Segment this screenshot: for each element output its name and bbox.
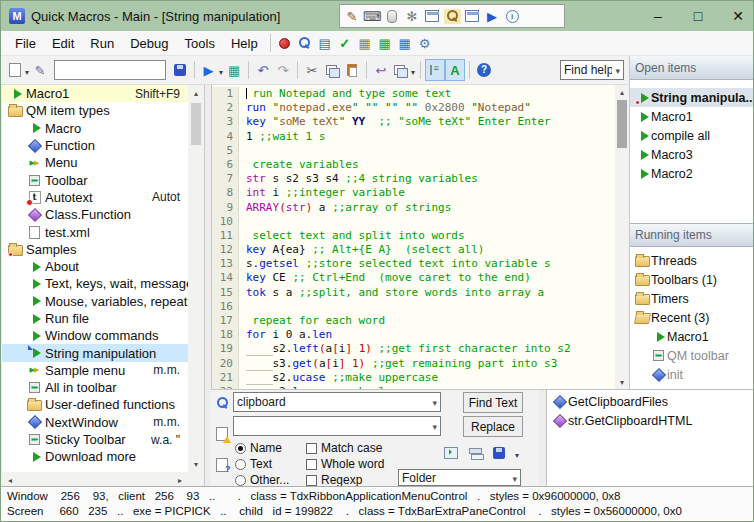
list-item-macro3[interactable]: Macro3 xyxy=(630,145,754,164)
copy-button[interactable] xyxy=(322,59,342,81)
field-list-button[interactable]: ▤ xyxy=(315,32,335,54)
scroll-down-icon[interactable]: ▾ xyxy=(615,375,629,389)
code-text[interactable]: tok s a ;;split, and store words into ar… xyxy=(239,286,544,300)
code-area[interactable]: 1 run Notepad and type some text2run "no… xyxy=(212,85,615,389)
code-line-18[interactable]: 18for i 0 a.len xyxy=(212,328,615,342)
run-button[interactable]: ▶ xyxy=(199,59,224,81)
menu-edit[interactable]: Edit xyxy=(44,33,82,54)
output-options-button[interactable]: ▦ xyxy=(355,32,375,54)
tree-item-text-keys-wait-messages[interactable]: Text, keys, wait, messages xyxy=(2,275,188,292)
quick-open-input[interactable] xyxy=(54,60,166,80)
scheduler-button[interactable]: ⚙ xyxy=(415,32,435,54)
replace-button[interactable]: Replace xyxy=(463,416,523,437)
find-what-combo[interactable]: clipboard xyxy=(233,392,441,412)
code-text[interactable]: ARRAY(str) a ;;array of strings xyxy=(239,201,451,215)
code-text[interactable] xyxy=(239,300,246,314)
code-text[interactable]: key "soMe teXt" YY ;; "soMe teXt" Enter … xyxy=(239,115,551,129)
code-line-12[interactable]: 12key A{ea} ;; Alt+{E A} (select all) xyxy=(212,243,615,257)
tree-item-qm-item-types[interactable]: QM item types xyxy=(2,102,188,119)
run-arrows-button[interactable]: ▶ xyxy=(482,5,502,27)
tree-item-sample-menu[interactable]: Sample menum.m. xyxy=(2,362,188,379)
find-help-combo[interactable]: Find help, xyxy=(560,60,624,80)
code-line-6[interactable]: 6 create variables xyxy=(212,158,615,172)
dropdown-caret-icon[interactable] xyxy=(23,61,29,79)
tree-item-autotext[interactable]: AutotextAutot xyxy=(2,189,188,206)
code-text[interactable]: create variables xyxy=(239,158,359,172)
compile-button[interactable]: ▦ xyxy=(224,59,244,81)
radio-name[interactable]: Name xyxy=(235,440,289,456)
radio-icon[interactable] xyxy=(235,475,246,486)
window-button[interactable] xyxy=(422,5,442,27)
scroll-up-icon[interactable]: ▴ xyxy=(615,85,629,99)
code-text[interactable] xyxy=(239,144,246,158)
code-text[interactable]: str s s2 s3 s4 ;;4 string variables xyxy=(239,172,478,186)
code-text[interactable]: s.getsel ;;store selected text into vari… xyxy=(239,257,551,271)
menu-help[interactable]: Help xyxy=(223,33,266,54)
replace-with-combo[interactable] xyxy=(233,416,441,436)
list-item-qm-toolbar[interactable]: QM toolbar xyxy=(630,346,754,365)
code-line-19[interactable]: 19 s2.left(a[i] 1) ;;get first character… xyxy=(212,342,615,356)
tree-item-test-xml[interactable]: test.xml xyxy=(2,223,188,240)
scroll-down-icon[interactable]: ▾ xyxy=(188,456,204,472)
list-item-str-getclipboardhtml[interactable]: str.GetClipboardHTML xyxy=(547,411,753,430)
code-line-14[interactable]: 14key CE ;; Ctrl+End (move caret to the … xyxy=(212,271,615,285)
menu-tools[interactable]: Tools xyxy=(177,33,223,54)
code-line-2[interactable]: 2run "notepad.exe" "" "" "" 0x2800 "Note… xyxy=(212,101,615,115)
cut-button[interactable]: ✂ xyxy=(302,59,322,81)
list-item-toolbars-1[interactable]: Toolbars (1) xyxy=(630,270,754,289)
code-line-7[interactable]: 7str s s2 s3 s4 ;;4 string variables xyxy=(212,172,615,186)
code-text[interactable] xyxy=(239,215,246,229)
dropdown-caret-icon[interactable] xyxy=(217,61,223,79)
editor-vertical-scrollbar[interactable]: ▴ ▾ xyxy=(615,85,629,389)
list-item-macro1[interactable]: Macro1 xyxy=(630,327,754,346)
code-line-17[interactable]: 17 repeat for each word xyxy=(212,314,615,328)
close-button[interactable]: ✕ xyxy=(729,8,747,24)
radio-text[interactable]: Text xyxy=(235,456,289,472)
scroll-up-icon[interactable]: ▴ xyxy=(188,85,204,101)
tree-item-menu[interactable]: Menu xyxy=(2,154,188,171)
code-line-5[interactable]: 5 xyxy=(212,144,615,158)
list-item-compile-all[interactable]: compile all xyxy=(630,126,754,145)
tree-item-all-in-toolbar[interactable]: All in toolbar xyxy=(2,379,188,396)
code-text[interactable]: 1 ;;wait 1 s xyxy=(239,130,325,144)
code-line-21[interactable]: 21 s2.ucase ;;make uppercase xyxy=(212,371,615,385)
code-line-20[interactable]: 20 s3.get(a[i] 1) ;;get remaining part i… xyxy=(212,357,615,371)
checkbox-icon[interactable] xyxy=(306,475,317,486)
tree-item-toolbar[interactable]: Toolbar xyxy=(2,171,188,188)
undo-button[interactable]: ↶ xyxy=(253,59,273,81)
code-line-3[interactable]: 3key "soMe teXt" YY ;; "soMe teXt" Enter… xyxy=(212,115,615,129)
record-macro-button[interactable]: ✎ xyxy=(342,5,362,27)
checkbox-icon[interactable] xyxy=(306,443,317,454)
toggle-tree-panel-button[interactable] xyxy=(425,59,445,81)
tree-item-class-function[interactable]: Class.Function xyxy=(2,206,188,223)
code-text[interactable]: run "notepad.exe" "" "" "" 0x2800 "Notep… xyxy=(239,101,531,115)
minimize-button[interactable]: – xyxy=(649,8,667,24)
scroll-thumb[interactable] xyxy=(617,100,627,148)
code-line-1[interactable]: 1 run Notepad and type some text xyxy=(212,87,615,101)
tree-item-sticky-toolbar[interactable]: Sticky Toolbarw.a. " xyxy=(2,431,188,448)
radio-icon[interactable] xyxy=(235,459,246,470)
menu-run[interactable]: Run xyxy=(82,33,122,54)
folder-combo[interactable]: Folder xyxy=(398,469,521,486)
wait-button[interactable]: ✻ xyxy=(402,5,422,27)
code-text[interactable]: s2.ucase ;;make uppercase xyxy=(239,371,438,385)
mouse-button[interactable] xyxy=(382,5,402,27)
tree-item-macro1[interactable]: Macro1Shift+F9 xyxy=(2,85,188,102)
code-line-8[interactable]: 8int i ;;integer variable xyxy=(212,186,615,200)
list-item-init[interactable]: init xyxy=(630,365,754,384)
toggle-text-view-button[interactable]: A xyxy=(445,59,465,81)
tree-item-download-more[interactable]: Download more xyxy=(2,448,188,465)
window-list-button[interactable] xyxy=(391,59,416,81)
redo-button[interactable]: ↷ xyxy=(273,59,293,81)
checkbox-match-case[interactable]: Match case xyxy=(306,440,384,456)
dialog-editor-button[interactable]: ▦ xyxy=(395,32,415,54)
scroll-thumb[interactable] xyxy=(191,103,201,145)
tree-item-macro[interactable]: Macro xyxy=(2,120,188,137)
code-line-15[interactable]: 15tok s a ;;split, and store words into … xyxy=(212,286,615,300)
tree-item-nextwindow[interactable]: NextWindowm.m. xyxy=(2,414,188,431)
code-text[interactable]: repeat for each word xyxy=(239,314,385,328)
maximize-button[interactable]: □ xyxy=(689,8,707,24)
dialog-button[interactable] xyxy=(462,5,482,27)
dropdown-caret-icon[interactable] xyxy=(513,444,519,462)
checkbox-whole-word[interactable]: Whole word xyxy=(306,456,384,472)
